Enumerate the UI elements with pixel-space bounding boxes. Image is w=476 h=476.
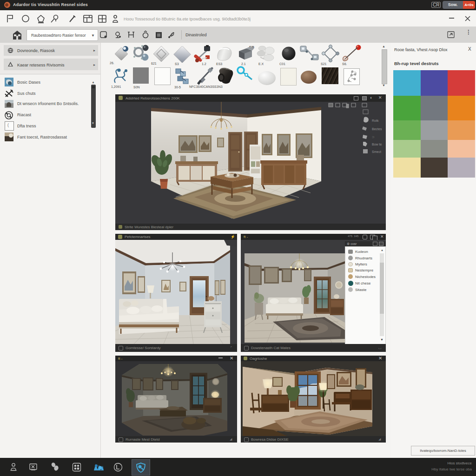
svg-text:Bow te: Bow te <box>372 143 382 146</box>
svg-text:Rotk: Rotk <box>372 119 379 122</box>
svg-text:Bectes: Bectes <box>372 127 382 131</box>
svg-text:⊃: ⊃ <box>372 135 375 139</box>
svg-text:Smect: Smect <box>372 150 381 153</box>
